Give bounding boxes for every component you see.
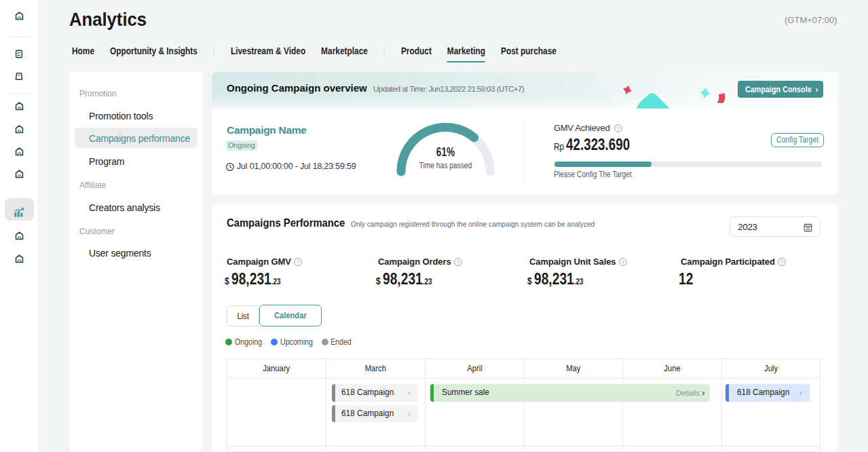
svg-text:?: ? (622, 259, 624, 265)
svg-text:?: ? (780, 259, 783, 265)
svg-text:?: ? (457, 259, 459, 265)
svg-text:?: ? (617, 126, 620, 132)
svg-text:?: ? (297, 259, 299, 265)
